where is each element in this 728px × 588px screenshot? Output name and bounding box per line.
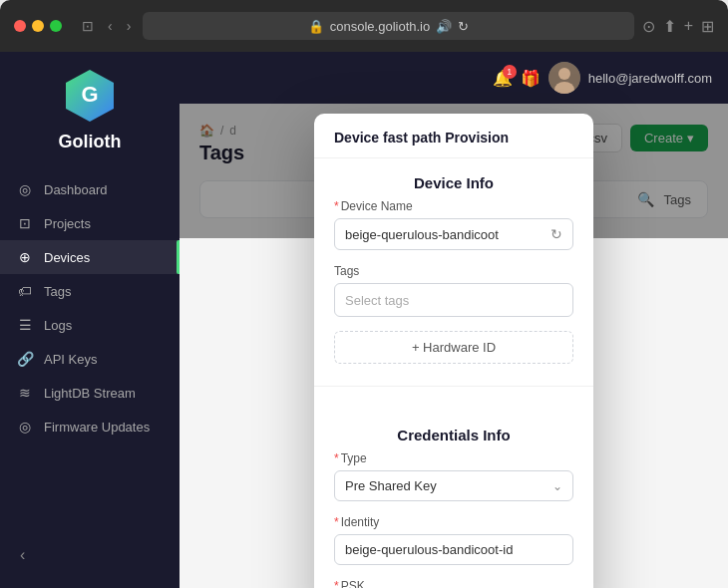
sidebar-item-label: Dashboard — [44, 182, 108, 197]
browser-nav-icons: ⊡ ‹ › — [78, 16, 135, 36]
sidebar-item-api-keys[interactable]: 🔗 API Keys — [0, 342, 180, 376]
app-container: G Golioth ◎ Dashboard ⊡ Projects ⊕ Devic… — [0, 52, 728, 588]
form-group-device-name: * Device Name beige-querulous-bandicoot … — [334, 199, 573, 250]
type-value: Pre Shared Key — [345, 478, 437, 493]
notification-badge: 1 — [503, 65, 517, 79]
device-name-input[interactable]: beige-querulous-bandicoot ↻ — [334, 218, 573, 250]
identity-value: beige-querulous-bandicoot-id — [345, 542, 513, 557]
main-content: 🔔 1 🎁 hello@jaredwolff.com 🏠 / d — [180, 52, 728, 588]
logs-icon: ☰ — [16, 317, 34, 333]
add-hardware-button[interactable]: + Hardware ID — [334, 331, 573, 364]
tags-placeholder: Select tags — [345, 293, 409, 308]
logo-text: Golioth — [59, 132, 122, 152]
sidebar-item-firmware[interactable]: ◎ Firmware Updates — [0, 410, 180, 443]
sidebar-item-label: Tags — [44, 284, 71, 299]
svg-text:G: G — [81, 82, 98, 107]
sidebar-item-label: Firmware Updates — [44, 420, 150, 435]
window-icon[interactable]: ⊡ — [78, 16, 98, 36]
form-group-identity: * Identity beige-querulous-bandicoot-id — [334, 515, 573, 565]
required-star: * — [334, 199, 339, 213]
tags-label: Tags — [334, 264, 573, 278]
reload-icon[interactable]: ↻ — [458, 19, 469, 34]
back-button[interactable]: ‹ — [104, 16, 117, 36]
type-label: * Type — [334, 451, 573, 465]
required-star-type: * — [334, 451, 339, 465]
sidebar-bottom: ‹ — [0, 546, 180, 572]
identity-label: * Identity — [334, 515, 573, 529]
modal-credentials-body: * Type Pre Shared Key ⌄ * — [314, 451, 593, 588]
sidebar-item-label: LightDB Stream — [44, 386, 136, 401]
api-keys-icon: 🔗 — [16, 351, 34, 367]
psk-label: * PSK — [334, 579, 573, 588]
modal-credentials-title: Credentials Info — [314, 411, 593, 451]
required-star-psk: * — [334, 579, 339, 588]
logo-hexagon: G — [62, 68, 118, 124]
refresh-icon[interactable]: ↻ — [550, 226, 562, 242]
form-group-tags: Tags Select tags — [334, 264, 573, 317]
logo-area: G Golioth — [0, 68, 180, 152]
modal-title: Device fast path Provision — [334, 130, 573, 146]
firmware-icon: ◎ — [16, 419, 34, 435]
sidebar-item-dashboard[interactable]: ◎ Dashboard — [0, 172, 180, 206]
tags-icon: 🏷 — [16, 283, 34, 299]
notification-icon[interactable]: 🔔 1 — [493, 69, 513, 88]
dashboard-icon: ◎ — [16, 181, 34, 197]
sound-icon: 🔊 — [436, 19, 452, 34]
modal-overlay[interactable]: Device fast path Provision Device Info *… — [180, 104, 728, 238]
modal-dialog: Device fast path Provision Device Info *… — [314, 114, 593, 588]
minimize-button[interactable] — [32, 20, 44, 32]
devices-icon: ⊕ — [16, 249, 34, 265]
modal-body: * Device Name beige-querulous-bandicoot … — [314, 199, 593, 411]
traffic-lights — [14, 20, 62, 32]
form-group-type: * Type Pre Shared Key ⌄ — [334, 451, 573, 501]
download-icon[interactable]: ⊙ — [642, 17, 655, 36]
forward-button[interactable]: › — [123, 16, 136, 36]
form-group-psk: * PSK — [334, 579, 573, 588]
page-content: 🏠 / d Tags Export .csv Create ▾ 🔍 — [180, 104, 728, 238]
chevron-down-icon: ⌄ — [552, 479, 562, 493]
sidebar-item-label: Logs — [44, 318, 72, 333]
sidebar-item-label: API Keys — [44, 352, 97, 367]
required-star-identity: * — [334, 515, 339, 529]
type-select[interactable]: Pre Shared Key ⌄ — [334, 470, 573, 501]
top-bar: 🔔 1 🎁 hello@jaredwolff.com — [180, 52, 728, 104]
collapse-sidebar-button[interactable]: ‹ — [16, 542, 29, 567]
sidebar-item-tags[interactable]: 🏷 Tags — [0, 274, 180, 308]
user-email: hello@jaredwolff.com — [588, 71, 712, 86]
close-button[interactable] — [14, 20, 26, 32]
device-name-value: beige-querulous-bandicoot — [345, 227, 499, 242]
lock-icon: 🔒 — [308, 19, 324, 34]
grid-icon[interactable]: ⊞ — [701, 17, 714, 36]
modal-header: Device fast path Provision — [314, 114, 593, 158]
projects-icon: ⊡ — [16, 215, 34, 231]
credentials-divider — [314, 386, 593, 387]
identity-input[interactable]: beige-querulous-bandicoot-id — [334, 534, 573, 565]
sidebar-item-label: Projects — [44, 216, 91, 231]
sidebar-item-lightdb[interactable]: ≋ LightDB Stream — [0, 376, 180, 410]
browser-chrome: ⊡ ‹ › 🔒 console.golioth.io 🔊 ↻ ⊙ ⬆ + ⊞ — [0, 0, 728, 52]
share-icon[interactable]: ⬆ — [663, 17, 676, 36]
device-name-label: * Device Name — [334, 199, 573, 213]
lightdb-icon: ≋ — [16, 385, 34, 401]
maximize-button[interactable] — [50, 20, 62, 32]
plus-icon[interactable]: + — [684, 17, 693, 35]
address-bar[interactable]: 🔒 console.golioth.io 🔊 ↻ — [143, 12, 633, 40]
sidebar-item-label: Devices — [44, 250, 90, 265]
tags-input[interactable]: Select tags — [334, 283, 573, 317]
svg-point-3 — [558, 68, 570, 80]
avatar — [548, 62, 580, 94]
url-text: console.golioth.io — [330, 19, 430, 34]
sidebar-item-logs[interactable]: ☰ Logs — [0, 308, 180, 342]
sidebar: G Golioth ◎ Dashboard ⊡ Projects ⊕ Devic… — [0, 52, 180, 588]
modal-device-info-title: Device Info — [314, 158, 593, 199]
sidebar-item-devices[interactable]: ⊕ Devices — [0, 240, 180, 274]
browser-right-icons: ⊙ ⬆ + ⊞ — [642, 17, 714, 36]
gift-icon[interactable]: 🎁 — [521, 69, 541, 88]
user-area: 🔔 1 🎁 hello@jaredwolff.com — [493, 62, 712, 94]
sidebar-item-projects[interactable]: ⊡ Projects — [0, 206, 180, 240]
